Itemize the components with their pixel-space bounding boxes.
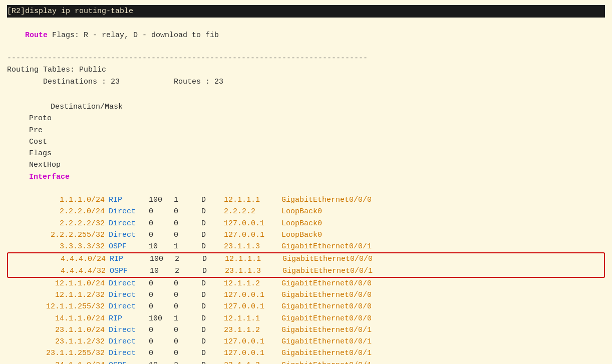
pre-cell: 0 xyxy=(145,336,170,347)
nexthop-cell: 127.0.0.1 xyxy=(220,289,277,301)
cost-cell: 0 xyxy=(170,301,197,312)
flags-cell: D xyxy=(197,206,220,217)
dest-cell: 4.4.4.0/24 xyxy=(8,253,106,265)
pre-cell: 0 xyxy=(145,206,170,217)
table-row: 23.1.1.255/32Direct00D127.0.0.1GigabitEt… xyxy=(7,347,605,359)
iface-cell: GigabitEthernet0/0/0 xyxy=(277,289,372,301)
pre-cell: 0 xyxy=(145,301,170,312)
dest-cell: 23.1.1.0/24 xyxy=(7,324,105,336)
proto-cell: RIP xyxy=(105,194,145,206)
nexthop-cell: 127.0.0.1 xyxy=(220,336,277,347)
nexthop-cell: 12.1.1.2 xyxy=(220,278,277,289)
cost-cell: 2 xyxy=(171,253,198,265)
iface-cell: GigabitEthernet0/0/1 xyxy=(277,347,372,359)
cost-cell: 1 xyxy=(170,241,197,252)
proto-cell: Direct xyxy=(105,206,145,217)
pre-cell: 0 xyxy=(145,289,170,301)
nexthop-cell: 12.1.1.1 xyxy=(221,253,278,265)
table-row: 2.2.2.2/32Direct00D127.0.0.1LoopBack0 xyxy=(7,218,605,229)
flags-cell: D xyxy=(198,253,221,265)
iface-cell: GigabitEthernet0/0/0 xyxy=(277,301,372,312)
iface-cell: GigabitEthernet0/0/1 xyxy=(277,324,372,336)
iface-cell: GigabitEthernet0/0/1 xyxy=(277,336,372,347)
table-row: 2.2.2.255/32Direct00D127.0.0.1LoopBack0 xyxy=(7,229,605,241)
pre-cell: 0 xyxy=(145,324,170,336)
flags-cell: D xyxy=(197,347,220,359)
table-row: 34.1.1.0/24OSPF102D23.1.1.3GigabitEthern… xyxy=(7,359,605,365)
nexthop-cell: 23.1.1.3 xyxy=(221,265,278,277)
dest-cell: 2.2.2.255/32 xyxy=(7,229,105,241)
pre-cell: 0 xyxy=(145,229,170,241)
destinations-routes: Destinations : 23 Routes : 23 xyxy=(7,76,605,88)
proto-cell: OSPF xyxy=(105,241,145,252)
nexthop-cell: 127.0.0.1 xyxy=(220,301,277,312)
col-header-nexthop: NextHop xyxy=(25,159,83,171)
prompt-line: [R2]display ip routing-table xyxy=(7,5,605,18)
proto-cell: Direct xyxy=(105,278,145,289)
cost-cell: 0 xyxy=(170,289,197,301)
table-row: 23.1.1.0/24Direct00D23.1.1.2GigabitEther… xyxy=(7,324,605,336)
cost-cell: 1 xyxy=(170,194,197,206)
table-row: 1.1.1.0/24RIP1001D12.1.1.1GigabitEtherne… xyxy=(7,194,605,206)
proto-cell: OSPF xyxy=(106,265,146,277)
column-headers: Destination/Mask Proto Pre Cost Flags Ne… xyxy=(7,90,605,194)
cost-cell: 1 xyxy=(170,313,197,324)
col-header-cost: Cost xyxy=(25,136,53,148)
cost-cell: 0 xyxy=(170,336,197,347)
nexthop-cell: 2.2.2.2 xyxy=(220,206,277,217)
proto-cell: Direct xyxy=(105,218,145,229)
iface-cell: GigabitEthernet0/0/0 xyxy=(277,278,372,289)
flags-cell: D xyxy=(197,289,220,301)
flags-cell: D xyxy=(197,324,220,336)
col-header-interface: Interface xyxy=(25,171,70,183)
table-row: 14.1.1.0/24RIP1001D12.1.1.1GigabitEthern… xyxy=(7,313,605,324)
nexthop-cell: 23.1.1.3 xyxy=(220,359,277,365)
proto-cell: Direct xyxy=(105,229,145,241)
cost-cell: 0 xyxy=(170,324,197,336)
pre-cell: 10 xyxy=(145,359,170,365)
iface-cell: GigabitEthernet0/0/1 xyxy=(277,359,372,365)
proto-cell: OSPF xyxy=(105,359,145,365)
dest-cell: 2.2.2.0/24 xyxy=(7,206,105,217)
proto-cell: RIP xyxy=(105,313,145,324)
table-row: 2.2.2.0/24Direct00D2.2.2.2LoopBack0 xyxy=(7,206,605,217)
cost-cell: 0 xyxy=(170,218,197,229)
table-row: 4.4.4.4/32OSPF102D23.1.1.3GigabitEtherne… xyxy=(8,265,604,277)
routing-tables-header: Routing Tables: Public xyxy=(7,64,605,76)
pre-cell: 100 xyxy=(145,194,170,206)
pre-cell: 100 xyxy=(145,313,170,324)
nexthop-cell: 127.0.0.1 xyxy=(220,347,277,359)
proto-cell: Direct xyxy=(105,347,145,359)
separator: ----------------------------------------… xyxy=(7,53,605,64)
iface-cell: GigabitEthernet0/0/1 xyxy=(278,265,373,277)
proto-cell: Direct xyxy=(105,324,145,336)
dest-cell: 12.1.1.2/32 xyxy=(7,289,105,301)
flags-cell: D xyxy=(197,301,220,312)
dest-cell: 23.1.1.2/32 xyxy=(7,336,105,347)
dest-cell: 2.2.2.2/32 xyxy=(7,218,105,229)
route-keyword: Route xyxy=(25,31,48,40)
terminal-window: [R2]display ip routing-table Route Flags… xyxy=(7,5,605,364)
cost-cell: 0 xyxy=(170,347,197,359)
dest-cell: 4.4.4.4/32 xyxy=(8,265,106,277)
dest-cell: 12.1.1.0/24 xyxy=(7,278,105,289)
highlighted-section: 4.4.4.0/24RIP1002D12.1.1.1GigabitEtherne… xyxy=(7,252,605,278)
dest-cell: 14.1.1.0/24 xyxy=(7,313,105,324)
table-row: 12.1.1.0/24Direct00D12.1.1.2GigabitEther… xyxy=(7,278,605,289)
col-header-proto: Proto xyxy=(25,113,65,124)
flags-cell: D xyxy=(197,218,220,229)
col-header-flags: Flags xyxy=(25,148,48,159)
nexthop-cell: 127.0.0.1 xyxy=(220,229,277,241)
pre-cell: 0 xyxy=(145,278,170,289)
route-flags-text: Flags: R - relay, D - download to fib xyxy=(48,31,219,40)
iface-cell: GigabitEthernet0/0/0 xyxy=(277,313,372,324)
table-row: 12.1.1.255/32Direct00D127.0.0.1GigabitEt… xyxy=(7,301,605,312)
table-row: 12.1.1.2/32Direct00D127.0.0.1GigabitEthe… xyxy=(7,289,605,301)
flags-cell: D xyxy=(197,278,220,289)
col-header-pre: Pre xyxy=(25,125,50,136)
iface-cell: GigabitEthernet0/0/1 xyxy=(277,241,372,252)
proto-cell: Direct xyxy=(105,301,145,312)
cost-cell: 0 xyxy=(170,278,197,289)
dest-cell: 12.1.1.255/32 xyxy=(7,301,105,312)
nexthop-cell: 12.1.1.1 xyxy=(220,194,277,206)
